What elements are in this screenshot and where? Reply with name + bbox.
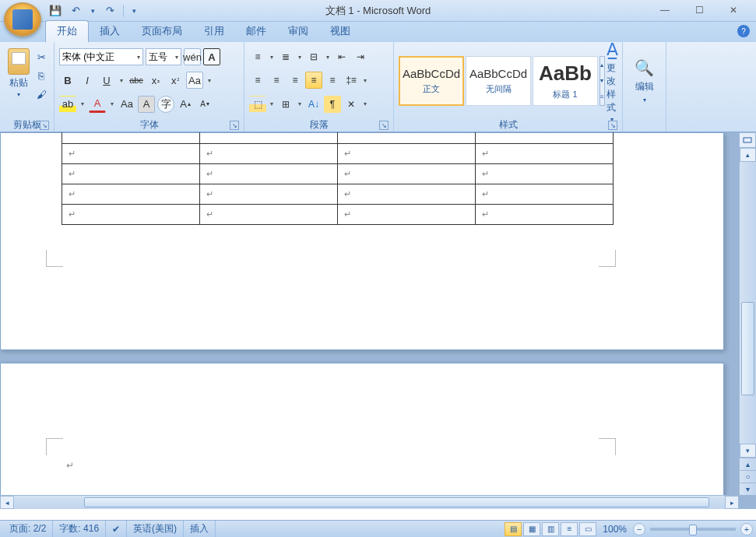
sort-button[interactable]: A↓ [305, 96, 322, 113]
align-right-button[interactable]: ≡ [287, 72, 304, 89]
phonetic-guide-button[interactable]: wén [184, 48, 201, 65]
change-case-button[interactable]: Aa [186, 72, 203, 89]
prev-page-button[interactable]: ▴ [740, 458, 756, 470]
shading-dropdown[interactable]: ▾ [268, 100, 276, 107]
cut-button[interactable]: ✂ [33, 50, 49, 64]
vertical-scrollbar[interactable]: ▴ ▾ ▴ ○ ▾ [739, 148, 756, 495]
shading-button[interactable]: ⬚ [249, 96, 266, 113]
asian-layout-dropdown[interactable]: ▾ [361, 100, 369, 107]
font-color-button[interactable]: A [89, 96, 106, 113]
qat-undo-more[interactable]: ▾ [87, 7, 98, 15]
zoom-slider[interactable] [650, 528, 736, 531]
subscript-button[interactable]: x₂ [147, 72, 164, 89]
show-marks-button[interactable]: ¶ [324, 96, 341, 113]
change-style-button[interactable]: A̲ 更改样式 ▾ [607, 40, 618, 123]
office-button[interactable] [4, 2, 41, 37]
highlight-dropdown[interactable]: ▾ [79, 100, 86, 107]
char-border-button[interactable]: A [203, 48, 220, 65]
hscroll-track[interactable] [14, 496, 725, 509]
highlight-button[interactable]: ab [59, 96, 76, 113]
zoom-out-button[interactable]: − [633, 523, 645, 535]
format-painter-button[interactable]: 🖌 [33, 87, 49, 101]
styles-launcher[interactable]: ↘ [608, 121, 617, 130]
underline-dropdown[interactable]: ▾ [118, 77, 125, 84]
view-print-layout[interactable]: ▤ [505, 522, 522, 536]
maximize-button[interactable]: ☐ [689, 3, 709, 17]
editing-button[interactable]: 🔍 编辑 ▾ [626, 44, 663, 118]
tab-mail[interactable]: 邮件 [235, 21, 277, 42]
increase-indent-button[interactable]: ⇥ [352, 48, 369, 65]
superscript-button[interactable]: x² [167, 72, 184, 89]
italic-button[interactable]: I [79, 72, 96, 89]
scroll-right-button[interactable]: ▸ [725, 496, 739, 509]
borders-dropdown[interactable]: ▾ [296, 100, 304, 107]
status-language[interactable]: 英语(美国) [127, 521, 184, 537]
tab-view[interactable]: 视图 [319, 21, 361, 42]
scroll-up-button[interactable]: ▴ [740, 148, 756, 162]
line-spacing-dropdown[interactable]: ▾ [361, 77, 369, 84]
align-center-button[interactable]: ≡ [268, 72, 285, 89]
zoom-in-button[interactable]: + [740, 523, 753, 535]
qat-customize[interactable]: ▾ [128, 7, 139, 15]
change-case-dropdown[interactable]: ▾ [206, 77, 213, 84]
clipboard-launcher[interactable]: ↘ [40, 121, 49, 130]
copy-button[interactable]: ⎘ [33, 68, 49, 82]
align-left-button[interactable]: ≡ [249, 72, 266, 89]
view-outline[interactable]: ≡ [561, 522, 578, 536]
char-shading-button[interactable]: A [138, 96, 155, 113]
hscroll-thumb[interactable] [84, 497, 709, 507]
status-page[interactable]: 页面: 2/2 [3, 521, 53, 537]
scroll-left-button[interactable]: ◂ [0, 496, 14, 509]
help-button[interactable]: ? [737, 25, 750, 37]
status-proof[interactable]: ✔ [106, 521, 127, 537]
underline-button[interactable]: U [98, 72, 115, 89]
font-color-dropdown[interactable]: ▾ [108, 100, 116, 107]
tab-insert[interactable]: 插入 [89, 21, 131, 42]
paragraph-launcher[interactable]: ↘ [379, 121, 389, 130]
view-web[interactable]: ▥ [542, 522, 559, 536]
next-page-button[interactable]: ▾ [740, 483, 756, 495]
grow-font-button[interactable]: Aa [118, 96, 135, 113]
numbering-button[interactable]: ≣ [277, 48, 294, 65]
scroll-track[interactable] [740, 162, 756, 444]
multilevel-dropdown[interactable]: ▾ [324, 54, 332, 61]
scroll-thumb[interactable] [741, 302, 754, 395]
style-heading1[interactable]: AaBb 标题 1 [533, 56, 598, 106]
qat-redo[interactable]: ↷ [101, 2, 118, 19]
paste-button[interactable]: 粘贴 ▾ [5, 45, 32, 98]
style-normal[interactable]: AaBbCcDd 正文 [399, 56, 464, 106]
align-justify-button[interactable]: ≡ [305, 72, 322, 89]
scroll-down-button[interactable]: ▾ [740, 444, 756, 458]
qat-save[interactable]: 💾 [47, 2, 64, 19]
status-words[interactable]: 字数: 416 [53, 521, 106, 537]
close-button[interactable]: ✕ [723, 3, 744, 17]
font-name-combo[interactable]: 宋体 (中文正▾ [59, 48, 143, 65]
tab-layout[interactable]: 页面布局 [131, 21, 193, 42]
enclose-char-button[interactable]: 字 [157, 96, 174, 113]
grow-font2-button[interactable]: A▴ [177, 96, 194, 113]
document-table[interactable]: ↵↵↵↵ ↵↵↵↵ ↵↵↵↵ ↵↵↵↵ [62, 132, 614, 225]
page-2[interactable]: ↵ [0, 363, 724, 495]
page-1[interactable]: ↵↵↵↵ ↵↵↵↵ ↵↵↵↵ ↵↵↵↵ [0, 132, 724, 350]
borders-button[interactable]: ⊞ [277, 96, 294, 113]
qat-undo[interactable]: ↶ [67, 2, 84, 19]
tab-review[interactable]: 审阅 [277, 21, 319, 42]
bullets-dropdown[interactable]: ▾ [268, 54, 276, 61]
bold-button[interactable]: B [59, 72, 76, 89]
asian-layout-button[interactable]: ✕ [343, 96, 360, 113]
strike-button[interactable]: abc [128, 72, 145, 89]
shrink-font-button[interactable]: A▾ [196, 96, 213, 113]
multilevel-button[interactable]: ⊟ [305, 48, 322, 65]
font-launcher[interactable]: ↘ [230, 121, 239, 130]
style-nospacing[interactable]: AaBbCcDd 无间隔 [466, 56, 531, 106]
tab-references[interactable]: 引用 [193, 21, 235, 42]
line-spacing-button[interactable]: ‡≡ [343, 72, 360, 89]
view-fullscreen[interactable]: ▦ [523, 522, 540, 536]
align-distribute-button[interactable]: ≡ [324, 72, 341, 89]
decrease-indent-button[interactable]: ⇤ [333, 48, 350, 65]
browse-object-button[interactable]: ○ [740, 470, 756, 483]
horizontal-scrollbar[interactable]: ◂ ▸ [0, 495, 739, 509]
font-size-combo[interactable]: 五号▾ [146, 48, 181, 65]
numbering-dropdown[interactable]: ▾ [296, 54, 304, 61]
ruler-toggle[interactable] [739, 132, 756, 148]
